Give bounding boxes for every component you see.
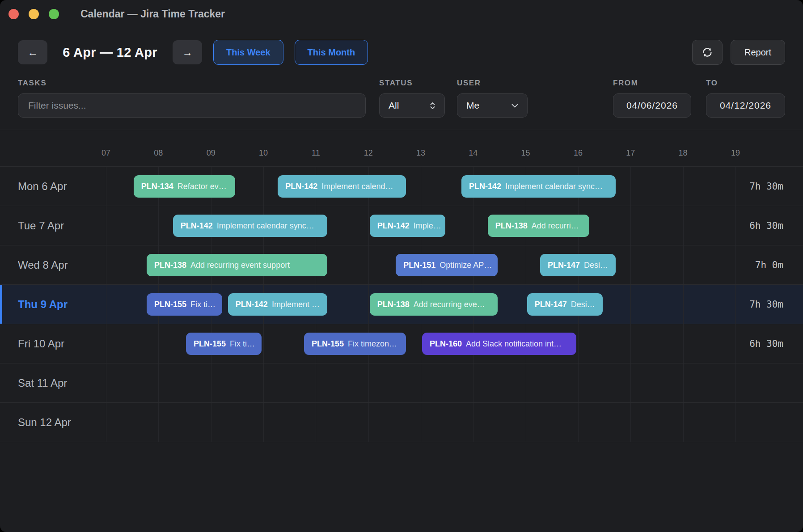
hour-gridline: [106, 285, 106, 324]
event-pln-147[interactable]: PLN-147Desi…: [527, 293, 603, 316]
filter-issues-input[interactable]: [27, 100, 356, 111]
hour-gridline: [683, 324, 684, 363]
event-key: PLN-155: [194, 339, 226, 349]
event-summary: Fix ti…: [190, 300, 216, 309]
from-field: FROM 04/06/2026: [613, 79, 691, 118]
hour-gridline: [578, 363, 579, 402]
event-pln-155[interactable]: PLN-155Fix ti…: [186, 333, 262, 355]
day-label: Fri 10 Apr: [18, 338, 64, 350]
hour-label: 12: [364, 148, 373, 158]
hour-gridline: [683, 403, 684, 442]
report-button[interactable]: Report: [731, 40, 785, 65]
refresh-button[interactable]: [692, 40, 723, 65]
event-pln-142[interactable]: PLN-142Imple…: [370, 215, 445, 237]
day-row: Sat 11 Apr: [0, 363, 803, 403]
hour-gridline: [683, 245, 684, 284]
event-key: PLN-151: [403, 261, 435, 270]
hour-gridline: [421, 363, 421, 402]
hour-gridline: [106, 403, 106, 442]
day-row: Sun 12 Apr: [0, 403, 803, 442]
event-key: PLN-142: [236, 300, 268, 309]
event-pln-142[interactable]: PLN-142Implement calendar sync…: [461, 175, 616, 198]
hour-gridline: [735, 363, 736, 402]
user-select[interactable]: Me: [457, 93, 528, 118]
hour-gridline: [368, 363, 369, 402]
chevron-down-icon: [511, 104, 518, 108]
event-pln-155[interactable]: PLN-155Fix ti…: [147, 293, 222, 316]
hour-gridline: [158, 324, 159, 363]
hour-label: 11: [312, 148, 320, 158]
event-key: PLN-155: [312, 339, 344, 349]
arrow-left-icon: ←: [28, 46, 38, 59]
event-pln-142[interactable]: PLN-142Implement calendar sync…: [173, 215, 327, 237]
event-pln-138[interactable]: PLN-138Add recurri…: [488, 215, 590, 237]
prev-week-button[interactable]: ←: [18, 40, 47, 64]
hour-label: 15: [521, 148, 530, 158]
event-pln-147[interactable]: PLN-147Desi…: [540, 254, 616, 276]
event-summary: Refactor ev…: [178, 182, 227, 191]
hour-header-row: 07080910111213141516171819: [0, 130, 803, 166]
hour-gridline: [263, 324, 264, 363]
today-accent-bar: [0, 285, 2, 324]
hour-label: 13: [416, 148, 425, 158]
to-label: TO: [706, 79, 785, 88]
hour-gridline: [263, 403, 264, 442]
hour-gridline: [263, 363, 264, 402]
this-week-button[interactable]: This Week: [213, 40, 283, 65]
app-window: Calendar — Jira Time Tracker ← 6 Apr — 1…: [0, 0, 803, 532]
status-field: STATUS All: [379, 79, 445, 118]
event-key: PLN-160: [430, 339, 462, 349]
hour-gridline: [526, 245, 526, 284]
hour-gridline: [473, 206, 473, 245]
hour-gridline: [106, 324, 106, 363]
hour-gridline: [578, 403, 579, 442]
event-pln-142[interactable]: PLN-142Implement calend…: [278, 175, 406, 198]
tasks-field: TASKS: [18, 79, 366, 118]
close-button[interactable]: [8, 9, 19, 19]
day-total: 6h 30m: [749, 220, 783, 231]
this-month-button[interactable]: This Month: [295, 40, 368, 65]
to-date-input[interactable]: 04/12/2026: [706, 93, 785, 118]
event-pln-160[interactable]: PLN-160Add Slack notification int…: [422, 333, 576, 355]
up-down-chevron-icon: [430, 101, 435, 110]
event-pln-134[interactable]: PLN-134Refactor ev…: [134, 175, 236, 198]
day-label: Wed 8 Apr: [18, 259, 68, 271]
from-date-input[interactable]: 04/06/2026: [613, 93, 691, 118]
hour-label: 10: [259, 148, 268, 158]
hour-label: 14: [469, 148, 478, 158]
event-summary: Implement calend…: [321, 182, 393, 191]
day-label: Mon 6 Apr: [18, 180, 67, 193]
hour-gridline: [421, 167, 421, 206]
hour-gridline: [158, 363, 159, 402]
titlebar: Calendar — Jira Time Tracker: [0, 0, 803, 28]
hour-gridline: [316, 363, 316, 402]
hour-gridline: [211, 363, 211, 402]
day-total: 6h 30m: [749, 338, 783, 349]
hour-gridline: [158, 403, 159, 442]
arrow-right-icon: →: [182, 46, 193, 59]
event-pln-138[interactable]: PLN-138Add recurring eve…: [370, 293, 498, 316]
hour-gridline: [630, 403, 631, 442]
minimize-button[interactable]: [29, 9, 39, 19]
calendar-grid: Mon 6 AprPLN-134Refactor ev…PLN-142Imple…: [0, 166, 803, 442]
event-key: PLN-134: [141, 182, 173, 191]
hour-gridline: [526, 363, 526, 402]
event-pln-142[interactable]: PLN-142Implement …: [228, 293, 327, 316]
toolbar: ← 6 Apr — 12 Apr → This Week This Month …: [18, 40, 785, 64]
event-pln-151[interactable]: PLN-151Optimize AP…: [396, 254, 498, 276]
event-summary: Implement calendar sync…: [217, 221, 314, 231]
zoom-button[interactable]: [49, 9, 59, 19]
hour-gridline: [421, 403, 421, 442]
hour-gridline: [526, 285, 526, 324]
to-field: TO 04/12/2026: [706, 79, 785, 118]
hour-gridline: [368, 403, 369, 442]
event-pln-138[interactable]: PLN-138Add recurring event support: [147, 254, 327, 276]
hour-gridline: [630, 363, 631, 402]
next-week-button[interactable]: →: [173, 40, 202, 64]
event-pln-155[interactable]: PLN-155Fix timezon…: [304, 333, 406, 355]
status-select[interactable]: All: [379, 93, 445, 118]
hour-label: 17: [626, 148, 635, 158]
event-summary: Fix ti…: [230, 339, 255, 349]
event-summary: Desi…: [571, 300, 595, 309]
day-label: Thu 9 Apr: [18, 298, 68, 311]
